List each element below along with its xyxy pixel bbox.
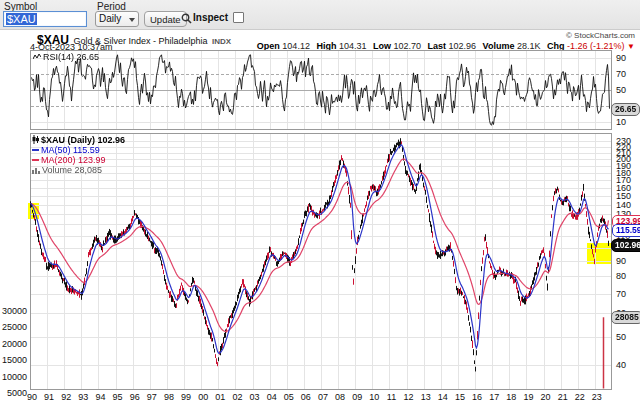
price-axis-tick: 140 xyxy=(616,200,631,210)
x-axis-tick: 10 xyxy=(367,392,381,402)
x-axis-tick: 90 xyxy=(25,392,39,402)
rsi-value-box: 26.65 xyxy=(611,103,640,116)
last-price-box: 102.96 xyxy=(611,239,640,252)
legend-row-ma200: MA(200) 123.99 xyxy=(32,155,125,165)
legend-row-volume: Volume 28,085 xyxy=(32,165,125,175)
rsi-axis-tick: 90 xyxy=(616,53,626,63)
x-axis-tick: 96 xyxy=(128,392,142,402)
x-axis-tick: 15 xyxy=(453,392,467,402)
x-axis-tick: 09 xyxy=(350,392,364,402)
x-axis-tick: 91 xyxy=(42,392,56,402)
ma200-line-swatch xyxy=(32,159,39,161)
candlestick-icon xyxy=(32,135,39,144)
x-axis-tick: 20 xyxy=(539,392,553,402)
x-axis-tick: 93 xyxy=(76,392,90,402)
rsi-axis-tick: 70 xyxy=(616,69,626,79)
x-axis-tick: 99 xyxy=(179,392,193,402)
x-axis-tick: 94 xyxy=(93,392,107,402)
x-axis-tick: 05 xyxy=(282,392,296,402)
chart-title-exchange: INDX xyxy=(212,37,231,46)
x-axis-tick: 11 xyxy=(384,392,398,402)
search-icon xyxy=(181,13,192,24)
period-select-value: Daily xyxy=(99,13,121,24)
volume-bars-icon xyxy=(32,167,40,174)
indicator-icon xyxy=(33,53,41,61)
volume-axis-tick: 30000 xyxy=(0,306,27,316)
legend-row-symbol: $XAU (Daily) 102.96 xyxy=(32,135,125,145)
symbol-input[interactable]: $XAU xyxy=(3,11,87,27)
legend-ma200-text: MA(200) 123.99 xyxy=(41,155,106,165)
chevron-down-icon xyxy=(129,18,135,22)
ma50-line-swatch xyxy=(32,149,39,151)
x-axis-tick: 02 xyxy=(230,392,244,402)
rsi-chart-canvas xyxy=(30,50,612,130)
x-axis-tick: 92 xyxy=(59,392,73,402)
legend-volume-text: Volume 28,085 xyxy=(42,165,102,175)
price-axis-tick: 40 xyxy=(616,360,626,370)
rsi-axis-tick: 50 xyxy=(616,85,626,95)
x-axis-tick: 08 xyxy=(333,392,347,402)
x-axis-tick: 22 xyxy=(573,392,587,402)
inspect-label: Inspect xyxy=(193,12,228,23)
x-axis-tick: 98 xyxy=(162,392,176,402)
x-axis-tick: 12 xyxy=(402,392,416,402)
x-axis-tick: 01 xyxy=(213,392,227,402)
volume-axis-tick: 25000 xyxy=(0,322,27,332)
x-axis-tick: 14 xyxy=(436,392,450,402)
x-axis-tick: 17 xyxy=(487,392,501,402)
price-axis-tick: 50 xyxy=(616,332,626,342)
x-axis-tick: 23 xyxy=(590,392,604,402)
legend-ma50-text: MA(50) 115.59 xyxy=(41,145,100,155)
x-axis-tick: 95 xyxy=(111,392,125,402)
volume-axis-tick: 15000 xyxy=(0,355,27,365)
volume-axis-tick: 20000 xyxy=(0,339,27,349)
ma50-value-box: 115.59 xyxy=(612,224,640,237)
legend-row-ma50: MA(50) 115.59 xyxy=(32,145,125,155)
volume-axis-tick: 5000 xyxy=(0,388,27,398)
x-axis-tick: 16 xyxy=(470,392,484,402)
rsi-legend-text: RSI(14) 26.65 xyxy=(43,52,99,62)
x-axis-tick: 19 xyxy=(521,392,535,402)
legend-symbol-text: $XAU (Daily) 102.96 xyxy=(41,135,125,145)
period-select[interactable]: Daily xyxy=(95,11,139,27)
symbol-input-value: $XAU xyxy=(6,13,37,25)
x-axis-tick: 00 xyxy=(196,392,210,402)
rsi-axis-tick: 10 xyxy=(616,117,626,127)
x-axis-tick: 06 xyxy=(299,392,313,402)
price-axis-tick: 90 xyxy=(616,256,626,266)
toolbar: Symbol $XAU Period Daily Update Inspect xyxy=(0,0,640,30)
x-axis-tick: 21 xyxy=(556,392,570,402)
x-axis-tick: 04 xyxy=(265,392,279,402)
volume-value-box: 28085 xyxy=(611,311,640,324)
price-axis-tick: 80 xyxy=(616,271,626,281)
x-axis-tick: 18 xyxy=(504,392,518,402)
x-axis-tick: 03 xyxy=(248,392,262,402)
x-axis-tick: 13 xyxy=(419,392,433,402)
price-axis-tick: 70 xyxy=(616,289,626,299)
rsi-legend: RSI(14) 26.65 xyxy=(33,52,99,62)
copyright-text: © StockCharts.com xyxy=(566,31,635,40)
x-axis-tick: 07 xyxy=(316,392,330,402)
triangle-down-icon: ▼ xyxy=(627,42,635,51)
inspect-checkbox[interactable] xyxy=(233,12,244,23)
x-axis-tick: 97 xyxy=(145,392,159,402)
main-legend: $XAU (Daily) 102.96 MA(50) 115.59 MA(200… xyxy=(32,135,125,175)
volume-axis-tick: 10000 xyxy=(0,372,27,382)
